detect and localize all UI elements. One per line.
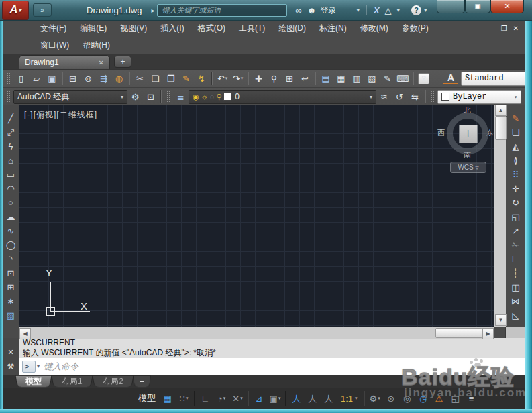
layer-viewport-icon[interactable]: ◌ xyxy=(210,93,215,101)
save-icon[interactable]: ▣ xyxy=(44,71,60,86)
search-expand-icon[interactable]: ▸ xyxy=(151,7,154,14)
scale-icon[interactable]: ◱ xyxy=(509,210,523,224)
workspace-settings-icon[interactable]: ⚙ xyxy=(127,89,143,104)
quick-access-toolbar-toggle[interactable]: » xyxy=(33,3,52,17)
isolate-objects-icon[interactable]: ◎ xyxy=(399,391,415,406)
sign-in-caret-icon[interactable]: ▾ xyxy=(356,7,360,13)
sign-in-button[interactable]: 登录 xyxy=(320,5,336,16)
layer-on-bulb-icon[interactable]: ◉ xyxy=(193,93,199,101)
menu-parametric[interactable]: 参数(P) xyxy=(395,21,435,36)
annotation-scale-value[interactable]: 1:1▾ xyxy=(341,394,358,404)
menu-edit[interactable]: 编辑(E) xyxy=(73,21,113,36)
toolbar-grip[interactable] xyxy=(7,72,11,84)
customize-icon[interactable]: ≡ xyxy=(464,391,480,406)
viewcube-south-label[interactable]: 南 xyxy=(464,150,471,160)
menu-modify[interactable]: 修改(M) xyxy=(354,21,395,36)
extend-icon[interactable]: ⊢ xyxy=(509,252,523,266)
erase-icon[interactable]: ✎ xyxy=(509,111,523,125)
polygon-icon[interactable]: ⌂ xyxy=(3,154,18,168)
save-workspace-icon[interactable]: ⊡ xyxy=(143,89,158,104)
workspace-switch-icon[interactable]: ⚙▾ xyxy=(367,391,383,406)
drawing-canvas[interactable]: [-][俯视][二维线框] 上 北 南 西 东 WCS ▿ Y X xyxy=(19,104,494,327)
plot-preview-icon[interactable]: ⊚ xyxy=(81,71,96,86)
spline-icon[interactable]: ∿ xyxy=(3,224,18,238)
snap-mode-icon[interactable]: ∷▾ xyxy=(176,391,192,406)
markup-set-manager-icon[interactable]: ✎ xyxy=(380,71,395,86)
redo-dropdown-icon[interactable]: ▾ xyxy=(241,76,244,81)
cut-icon[interactable]: ✂ xyxy=(132,71,148,86)
annotation-scale-value-dropdown-icon[interactable]: ▾ xyxy=(355,396,358,401)
properties-icon[interactable]: ▤ xyxy=(318,71,333,86)
layer-previous-icon[interactable]: ↺ xyxy=(392,89,407,104)
polyline-icon[interactable]: ϟ xyxy=(3,139,18,154)
hatch-icon[interactable]: ▨ xyxy=(3,308,18,322)
annotation-autoscale-icon[interactable]: 人 xyxy=(305,391,321,406)
workspace-switch-dropdown-icon[interactable]: ▾ xyxy=(378,396,380,401)
break-icon[interactable]: ◫ xyxy=(509,280,523,294)
drawing-file-tab[interactable]: Drawing1 ✕ xyxy=(19,55,110,69)
paste-icon[interactable]: ❐ xyxy=(163,71,178,86)
layout-tab-model[interactable]: 模型 xyxy=(15,375,52,388)
user-icon[interactable]: ☻ xyxy=(307,5,317,15)
zoom-window-icon[interactable]: ⊞ xyxy=(282,71,297,86)
annotation-monitor-icon[interactable]: ⊙ xyxy=(383,391,399,406)
line-icon[interactable]: ╱ xyxy=(3,111,18,125)
command-prompt-icon[interactable]: >_ xyxy=(22,361,36,373)
zoom-previous-icon[interactable]: ↩ xyxy=(297,71,313,86)
construction-line-icon[interactable]: ⤢ xyxy=(3,125,18,139)
model-space-label[interactable]: 模型 xyxy=(138,392,156,404)
toolbar-grip[interactable] xyxy=(5,106,16,110)
doc-minimize-icon[interactable]: — xyxy=(488,25,495,32)
menu-help[interactable]: 帮助(H) xyxy=(76,38,117,53)
command-input-placeholder[interactable]: 键入命令 xyxy=(44,361,78,373)
undo-icon[interactable]: ↶▾ xyxy=(215,71,230,86)
command-input-row[interactable]: >_ ▾ 键入命令 xyxy=(19,358,525,375)
toolbar-grip[interactable] xyxy=(434,72,438,84)
layer-states-icon[interactable]: ≋ xyxy=(376,89,392,104)
clean-screen-icon[interactable]: ◱ xyxy=(447,391,464,406)
application-menu-button[interactable]: A ▾ xyxy=(2,1,29,20)
copy-icon[interactable]: ❏ xyxy=(148,71,163,86)
chevron-down-icon[interactable]: ▾ xyxy=(117,94,123,100)
publish-icon[interactable]: ⇶ xyxy=(96,71,111,86)
3d-dwf-icon[interactable]: ◍ xyxy=(111,71,127,86)
match-properties-icon[interactable]: ✎ xyxy=(178,71,194,86)
point-icon[interactable]: ∗ xyxy=(3,294,18,308)
quickcalc-icon[interactable]: ⌨ xyxy=(395,71,411,86)
menu-tools[interactable]: 工具(T) xyxy=(232,21,272,36)
zoom-realtime-icon[interactable]: ⚲ xyxy=(266,71,282,86)
close-button[interactable]: ✕ xyxy=(490,0,524,13)
circle-icon[interactable]: ○ xyxy=(3,196,18,210)
vertical-scrollbar[interactable]: ▲ ▼ xyxy=(494,104,506,327)
layer-lock-icon[interactable]: ⚲ xyxy=(216,93,221,101)
ortho-mode-icon[interactable]: ∟ xyxy=(197,391,213,406)
trim-icon[interactable]: ✁ xyxy=(509,238,523,252)
layout-tab-layout2[interactable]: 布局2 xyxy=(92,375,134,388)
object-color-combo[interactable]: ByLayer ▾ xyxy=(437,90,521,104)
annotation-scale-icon[interactable]: 人 xyxy=(321,391,337,406)
scroll-up-icon[interactable]: ▲ xyxy=(495,105,507,116)
help-icon[interactable]: ? xyxy=(416,71,431,86)
polar-tracking-dropdown-icon[interactable]: ▾ xyxy=(223,396,226,401)
layer-freeze-sun-icon[interactable]: ☼ xyxy=(201,93,208,101)
viewcube-north-label[interactable]: 北 xyxy=(464,105,471,115)
a360-caret-icon[interactable]: ▾ xyxy=(397,7,401,13)
ellipse-icon[interactable]: ◯ xyxy=(3,238,18,252)
block-editor-icon[interactable]: ↯ xyxy=(194,71,209,86)
new-drawing-tab-button[interactable]: + xyxy=(114,56,131,68)
grid-display-icon[interactable]: ▦ xyxy=(160,391,176,406)
revision-cloud-icon[interactable]: ☁ xyxy=(3,210,18,224)
insert-block-icon[interactable]: ⊡ xyxy=(3,266,18,280)
viewcube[interactable]: 上 北 南 西 东 xyxy=(441,107,494,160)
tool-palettes-icon[interactable]: ▥ xyxy=(349,71,364,86)
rectangle-icon[interactable]: ▭ xyxy=(3,168,18,182)
plot-icon[interactable]: ⊟ xyxy=(65,71,81,86)
toolbar-grip[interactable] xyxy=(431,91,435,103)
wcs-dropdown[interactable]: WCS ▿ xyxy=(450,162,486,173)
object-snap-icon[interactable]: ⊿ xyxy=(251,391,267,406)
horizontal-scrollbar[interactable]: ◀ ▶ xyxy=(19,327,494,339)
doc-close-icon[interactable]: ✕ xyxy=(513,25,519,32)
arc-icon[interactable]: ◠ xyxy=(3,182,18,196)
make-block-icon[interactable]: ⊞ xyxy=(3,280,18,294)
designcenter-icon[interactable]: ▦ xyxy=(333,71,349,86)
